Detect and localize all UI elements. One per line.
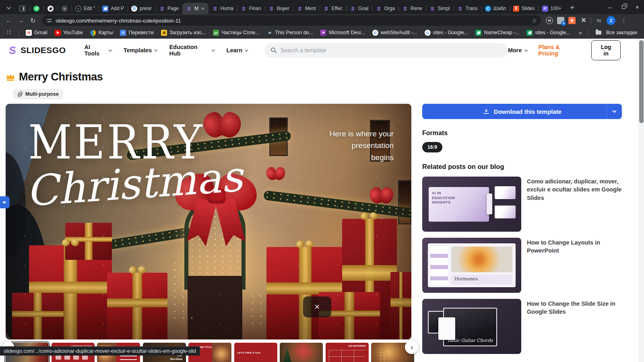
slidesgo-icon <box>186 6 192 12</box>
tab-m[interactable]: M× <box>182 3 208 14</box>
reading-list-icon[interactable]: ≡♪ <box>595 17 603 24</box>
related-post[interactable]: Hormones. How to Change Layouts in Power… <box>422 238 622 293</box>
post-thumbnail[interactable]: Basic Guitar Chords <box>422 299 521 354</box>
post-title[interactable]: Como adicionar, duplicar, mover, excluir… <box>527 177 622 232</box>
tab-100+[interactable]: 100+ <box>539 3 565 14</box>
template-preview[interactable]: MERRY Christmas Here is where your prese… <box>6 104 411 339</box>
bookmark-перевести[interactable]: Перевести <box>117 29 156 37</box>
bookmark-panel-extension-icon[interactable] <box>557 17 564 24</box>
address-bar[interactable]: slidesgo.com/theme/merry-christmas-cute#… <box>42 15 541 26</box>
nav-templates[interactable]: Templates <box>124 44 157 57</box>
tab-side-panel[interactable] <box>15 3 29 14</box>
site-header: S SLIDESGO AI Tools Templates Education … <box>0 39 644 62</box>
related-post[interactable]: Basic Guitar Chords How to Change the Sl… <box>422 299 622 354</box>
tab-dark-site[interactable] <box>58 3 72 14</box>
n-extension-icon[interactable]: N <box>568 17 576 24</box>
scrollbar-thumb[interactable] <box>639 40 644 123</box>
slide-thumbnail-7[interactable] <box>280 343 323 362</box>
tab-buyer[interactable]: Buyer <box>265 3 293 14</box>
close-window-button[interactable]: × <box>630 0 644 14</box>
post-title[interactable]: How to Change Layouts in PowerPoint <box>527 238 622 293</box>
tab-goal[interactable]: Goal <box>346 3 372 14</box>
login-button[interactable]: Log in <box>591 40 621 60</box>
bookmark-label: Gmail <box>34 30 47 35</box>
extensions-puzzle-icon[interactable] <box>580 17 587 24</box>
restore-button[interactable] <box>617 0 630 14</box>
plans-pricing-link[interactable]: Plans & Pricing <box>539 44 580 57</box>
bookmark-star-icon[interactable]: ☆ <box>532 17 537 24</box>
reload-button[interactable]: ↻ <box>27 15 39 26</box>
tab-search-button[interactable] <box>2 2 14 13</box>
tab-label: Trans <box>466 6 478 11</box>
all-bookmarks-button[interactable]: Все закладки <box>593 29 640 37</box>
bookmarks-overflow-button[interactable]: » <box>576 29 584 36</box>
bookmark-this-person-do[interactable]: This Person do... <box>264 29 316 37</box>
page-scrollbar[interactable] <box>638 39 644 362</box>
tab-ment[interactable]: Ment <box>293 3 320 14</box>
post-thumbnail[interactable]: AI IN EDUCATION INSIGHTS <box>422 177 521 232</box>
bookmark-загрузить-изо[interactable]: Загрузить изо... <box>158 29 209 37</box>
tab-page[interactable]: Page <box>155 3 182 14</box>
bookmark-частицы-спле[interactable]: Частицы Спле... <box>210 29 262 37</box>
related-post[interactable]: AI IN EDUCATION INSIGHTS Como adicionar,… <box>422 177 622 232</box>
template-search-input[interactable]: Search a template <box>264 43 508 58</box>
tab-huma[interactable]: Huma <box>208 3 237 14</box>
bookmark-label: webSiteAudit -... <box>381 30 417 35</box>
wayback-extension-icon[interactable]: W <box>546 17 553 24</box>
forward-button[interactable]: → <box>15 15 27 26</box>
bookmark-карты[interactable]: Карты <box>87 29 116 37</box>
carousel-next-button[interactable]: › <box>405 340 419 354</box>
tab-presir[interactable]: presir <box>128 3 155 14</box>
post-title[interactable]: How to Change the Slide Size in Google S… <box>527 299 622 354</box>
profile-avatar[interactable]: Z <box>607 16 615 25</box>
slide-thumbnail-8[interactable]: SIX DIFFERENT <box>326 343 369 362</box>
back-button[interactable]: ← <box>3 15 14 26</box>
tab-label: presir <box>140 6 152 11</box>
slidesgo-logo[interactable]: S SLIDESGO <box>7 45 66 56</box>
thumb-toolbar <box>487 193 492 214</box>
post-thumbnail[interactable]: Hormones. <box>422 238 521 293</box>
formats-heading: Formats <box>422 130 622 137</box>
nav-ai-tools[interactable]: AI Tools <box>85 44 111 57</box>
tab-whatsapp[interactable] <box>29 3 43 14</box>
bookmark-microsoft-desi[interactable]: Microsoft Desi... <box>318 29 368 37</box>
slidesgo-icon <box>212 6 218 12</box>
tab-edit[interactable]: Edit " <box>72 3 99 14</box>
tag-multi-purpose[interactable]: Multi-purpose <box>13 89 63 99</box>
tab-label: Effec <box>332 6 343 11</box>
url-text[interactable]: slidesgo.com/theme/merry-christmas-cute#… <box>56 18 528 24</box>
tab-github[interactable] <box>43 3 58 14</box>
tab-orga[interactable]: Orga <box>372 3 398 14</box>
preview-close-button[interactable]: × <box>303 296 331 317</box>
download-template-button[interactable]: Download this template <box>422 104 622 119</box>
search-icon <box>270 47 277 53</box>
slide-thumbnail-6[interactable]: LET'S TAKE A look <box>234 343 277 362</box>
tab-slides[interactable]: Slides <box>510 3 539 14</box>
bookmark-sites-google[interactable]: sites - Google... <box>422 29 471 37</box>
browser-menu-icon[interactable]: ⋮ <box>619 17 628 24</box>
bookmark-sites-google[interactable]: sites - Google... <box>524 29 573 37</box>
format-badge-16-9[interactable]: 16:9 <box>422 142 442 152</box>
bookmark-namecheap[interactable]: NameCheap -... <box>473 29 522 37</box>
site-info-icon[interactable] <box>46 17 52 24</box>
main-nav: AI Tools Templates Education Hub Learn <box>85 44 248 57</box>
apps-grid-icon[interactable] <box>6 30 12 35</box>
bookmark-websiteaudit[interactable]: webSiteAudit -... <box>369 29 420 37</box>
bookmark-gmail[interactable]: Gmail <box>23 29 50 37</box>
tab-effec[interactable]: Effec <box>320 3 346 14</box>
tab-add-p[interactable]: Add P <box>99 3 128 14</box>
download-options-button[interactable] <box>607 104 622 119</box>
nav-more[interactable]: More <box>508 47 527 53</box>
minimize-button[interactable]: – <box>603 0 617 14</box>
nav-learn[interactable]: Learn <box>227 44 248 57</box>
nav-education-hub[interactable]: Education Hub <box>169 44 214 57</box>
tab-close-icon[interactable]: × <box>201 6 205 12</box>
feedback-megaphone-button[interactable] <box>0 196 10 208</box>
tab-trans[interactable]: Trans <box>454 3 481 14</box>
tab-шабл[interactable]: Шабл <box>481 3 510 14</box>
tab-finan[interactable]: Finan <box>237 3 265 14</box>
new-tab-button[interactable]: + <box>567 2 578 13</box>
tab-simpl[interactable]: Simpl <box>426 3 454 14</box>
tab-rene[interactable]: Rene <box>398 3 426 14</box>
bookmark-youtube[interactable]: YouTube <box>52 29 86 37</box>
